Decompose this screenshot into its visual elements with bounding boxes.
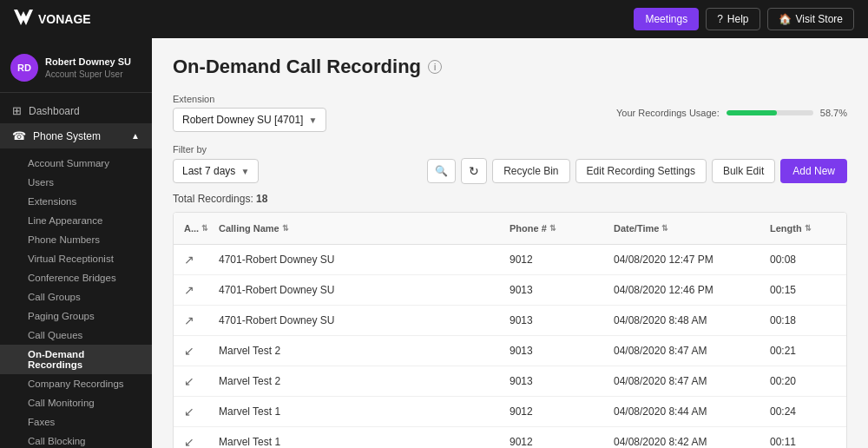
sidebar-item-conference-bridges[interactable]: Conference Bridges xyxy=(0,268,152,287)
extension-dropdown[interactable]: Robert Downey SU [4701] ▼ xyxy=(173,108,326,132)
table-row[interactable]: ↗ 4701-Robert Downey SU 9013 04/08/2020 … xyxy=(174,275,846,306)
search-icon: 🔍 xyxy=(435,165,448,177)
help-button[interactable]: ? Help xyxy=(706,8,760,30)
cell-phone: 9012 xyxy=(499,398,603,425)
sidebar-item-extensions[interactable]: Extensions xyxy=(0,192,152,211)
table-row[interactable]: ↗ 4701-Robert Downey SU 9013 04/08/2020 … xyxy=(174,306,846,336)
page-title: On-Demand Call Recording i xyxy=(173,56,847,78)
sidebar-item-line-appearance[interactable]: Line Appearance xyxy=(0,211,152,230)
sidebar-item-call-groups[interactable]: Call Groups xyxy=(0,287,152,306)
recordings-usage: Your Recordings Usage: 58.7% xyxy=(616,108,847,118)
sidebar-item-call-monitoring[interactable]: Call Monitoring xyxy=(0,393,152,412)
cell-length: 00:20 xyxy=(760,367,846,395)
filter-label: Filter by xyxy=(173,144,847,155)
sidebar-item-faxes[interactable]: Faxes xyxy=(0,412,152,432)
cell-length: 00:24 xyxy=(760,398,846,425)
cell-datetime: 04/08/2020 8:47 AM xyxy=(603,337,760,365)
vonage-v-icon xyxy=(14,10,33,30)
logo-area: VONAGE xyxy=(14,10,91,30)
column-length[interactable]: Length ⇅ xyxy=(760,220,846,237)
chevron-up-icon: ▲ xyxy=(131,131,140,141)
sidebar-item-virtual-receptionist[interactable]: Virtual Receptionist xyxy=(0,249,152,268)
store-icon: 🏠 xyxy=(779,13,792,25)
cell-phone: 9013 xyxy=(499,276,603,304)
cell-datetime: 04/08/2020 8:48 AM xyxy=(603,306,760,334)
usage-bar xyxy=(727,110,813,115)
sidebar-item-company-recordings[interactable]: Company Recordings xyxy=(0,374,152,393)
cell-direction: ↙ xyxy=(174,397,208,426)
extension-label: Extension xyxy=(173,94,326,104)
cell-calling-name: 4701-Robert Downey SU xyxy=(208,246,499,273)
column-datetime[interactable]: Date/Time ⇅ xyxy=(603,220,760,237)
bulk-edit-button[interactable]: Bulk Edit xyxy=(712,159,775,183)
cell-length: 00:21 xyxy=(760,337,846,365)
cell-length: 00:11 xyxy=(760,428,846,448)
sidebar-item-call-queues[interactable]: Call Queues xyxy=(0,326,152,345)
extension-row: Extension Robert Downey SU [4701] ▼ Your… xyxy=(173,94,847,132)
cell-length: 00:15 xyxy=(760,276,846,304)
sidebar-item-account-summary[interactable]: Account Summary xyxy=(0,154,152,173)
table-row[interactable]: ↙ Marvel Test 1 9012 04/08/2020 8:42 AM … xyxy=(174,427,846,448)
table-row[interactable]: ↙ Marvel Test 2 9013 04/08/2020 8:47 AM … xyxy=(174,366,846,397)
top-navigation: VONAGE Meetings ? Help 🏠 Visit Store xyxy=(0,0,868,38)
sidebar-item-phone-system[interactable]: ☎ Phone System ▲ xyxy=(0,123,152,148)
vonage-logo[interactable]: VONAGE xyxy=(14,10,91,30)
sidebar: RD Robert Downey SU Account Super User ⊞… xyxy=(0,38,152,448)
info-icon[interactable]: i xyxy=(428,60,442,74)
refresh-icon: ↻ xyxy=(469,164,479,178)
cell-calling-name: 4701-Robert Downey SU xyxy=(208,306,499,334)
outgoing-arrow-icon: ↗ xyxy=(184,313,194,327)
cell-phone: 9012 xyxy=(499,428,603,448)
sidebar-item-on-demand-recordings[interactable]: On-Demand Recordings xyxy=(0,345,152,374)
usage-label: Your Recordings Usage: xyxy=(616,108,720,118)
user-info[interactable]: RD Robert Downey SU Account Super User xyxy=(0,45,152,93)
column-calling-name[interactable]: Calling Name ⇅ xyxy=(208,220,499,237)
outgoing-arrow-icon: ↗ xyxy=(184,283,194,297)
extension-section: Extension Robert Downey SU [4701] ▼ xyxy=(173,94,326,132)
cell-direction: ↗ xyxy=(174,306,208,335)
help-icon: ? xyxy=(717,13,723,25)
column-direction[interactable]: A... ⇅ xyxy=(174,220,208,237)
edit-recording-settings-button[interactable]: Edit Recording Settings xyxy=(575,159,707,183)
sidebar-item-paging-groups[interactable]: Paging Groups xyxy=(0,306,152,326)
user-name: Robert Downey SU xyxy=(45,56,131,68)
filter-value: Last 7 days xyxy=(182,165,235,177)
cell-direction: ↗ xyxy=(174,275,208,305)
refresh-button[interactable]: ↻ xyxy=(461,158,487,184)
table-row[interactable]: ↗ 4701-Robert Downey SU 9012 04/08/2020 … xyxy=(174,245,846,275)
cell-phone: 9013 xyxy=(499,367,603,395)
recycle-bin-button[interactable]: Recycle Bin xyxy=(492,159,569,183)
top-nav-buttons: Meetings ? Help 🏠 Visit Store xyxy=(634,8,854,30)
search-button[interactable]: 🔍 xyxy=(427,159,456,183)
meetings-button[interactable]: Meetings xyxy=(634,8,699,30)
avatar: RD xyxy=(10,54,38,82)
sidebar-item-phone-numbers[interactable]: Phone Numbers xyxy=(0,230,152,249)
visit-store-button[interactable]: 🏠 Visit Store xyxy=(767,8,854,30)
incoming-arrow-icon: ↙ xyxy=(184,374,194,388)
sidebar-item-call-blocking[interactable]: Call Blocking xyxy=(0,432,152,448)
extension-value: Robert Downey SU [4701] xyxy=(182,114,303,126)
sidebar-item-users[interactable]: Users xyxy=(0,173,152,192)
main-content: On-Demand Call Recording i Extension Rob… xyxy=(152,38,868,448)
filter-row: Last 7 days ▼ 🔍 ↻ Recycle Bin Edit Recor… xyxy=(173,158,847,184)
table-row[interactable]: ↙ Marvel Test 2 9013 04/08/2020 8:47 AM … xyxy=(174,336,846,366)
add-new-button[interactable]: Add New xyxy=(780,159,847,183)
cell-datetime: 04/08/2020 8:47 AM xyxy=(603,367,760,395)
usage-bar-fill xyxy=(727,110,778,115)
cell-phone: 9013 xyxy=(499,337,603,365)
phone-system-section: Account Summary Users Extensions Line Ap… xyxy=(0,148,152,448)
main-layout: RD Robert Downey SU Account Super User ⊞… xyxy=(0,38,868,448)
sort-icon: ⇅ xyxy=(549,224,556,233)
filter-dropdown[interactable]: Last 7 days ▼ xyxy=(173,159,259,183)
cell-length: 00:18 xyxy=(760,306,846,334)
cell-phone: 9013 xyxy=(499,306,603,334)
table-row[interactable]: ↙ Marvel Test 1 9012 04/08/2020 8:44 AM … xyxy=(174,397,846,427)
chevron-down-icon: ▼ xyxy=(308,115,317,125)
sort-icon: ⇅ xyxy=(282,224,289,233)
sidebar-item-label: Phone System xyxy=(33,130,101,142)
cell-datetime: 04/08/2020 8:42 AM xyxy=(603,428,760,448)
column-phone[interactable]: Phone # ⇅ xyxy=(499,220,603,237)
user-role: Account Super User xyxy=(45,69,131,80)
total-recordings: Total Recordings: 18 xyxy=(173,193,847,205)
sidebar-item-dashboard[interactable]: ⊞ Dashboard xyxy=(0,98,152,123)
